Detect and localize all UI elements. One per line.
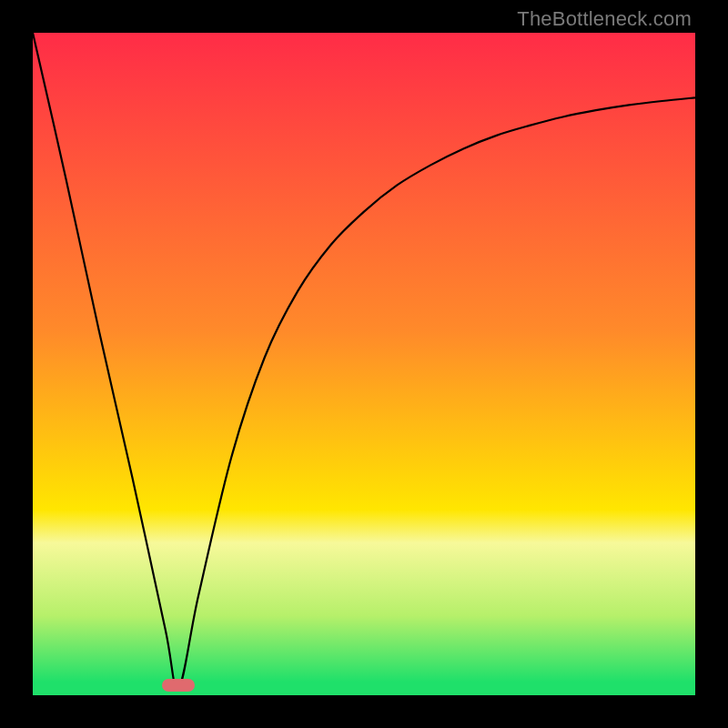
curve-layer — [33, 33, 695, 695]
watermark-text: TheBottleneck.com — [517, 7, 692, 31]
chart-frame: TheBottleneck.com — [0, 0, 728, 728]
valley-marker — [162, 679, 195, 692]
bottleneck-curve — [33, 33, 695, 689]
plot-area — [33, 33, 695, 695]
